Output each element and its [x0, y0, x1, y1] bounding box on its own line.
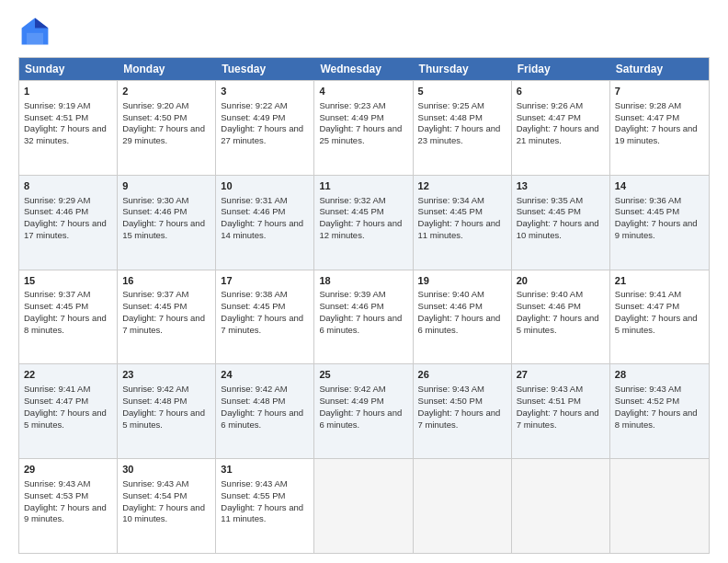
day-number: 1: [24, 85, 112, 98]
calendar-cell: 6 Sunrise: 9:26 AM Sunset: 4:47 PM Dayli…: [512, 81, 610, 175]
sunrise-text: Sunrise: 9:40 AM: [517, 289, 583, 299]
day-number: 21: [615, 274, 704, 288]
calendar-header: SundayMondayTuesdayWednesdayThursdayFrid…: [19, 58, 709, 80]
sunset-text: Sunset: 4:53 PM: [24, 490, 88, 500]
sunset-text: Sunset: 4:48 PM: [418, 112, 483, 122]
calendar-cell: 31 Sunrise: 9:43 AM Sunset: 4:55 PM Dayl…: [216, 459, 314, 553]
day-number: 2: [122, 85, 210, 98]
sunrise-text: Sunrise: 9:28 AM: [615, 100, 681, 110]
day-number: 24: [221, 368, 309, 382]
day-number: 10: [221, 179, 309, 193]
calendar-cell: 2 Sunrise: 9:20 AM Sunset: 4:50 PM Dayli…: [118, 81, 216, 175]
sunset-text: Sunset: 4:47 PM: [615, 301, 679, 311]
daylight-text: Daylight: 7 hours and 9 minutes.: [615, 218, 698, 240]
day-header: Thursday: [414, 58, 512, 80]
logo: [18, 15, 55, 48]
sunrise-text: Sunrise: 9:29 AM: [24, 195, 90, 205]
sunrise-text: Sunrise: 9:42 AM: [221, 384, 287, 394]
calendar-cell: 28 Sunrise: 9:43 AM Sunset: 4:52 PM Dayl…: [610, 364, 709, 458]
day-number: 13: [517, 179, 605, 193]
calendar: SundayMondayTuesdayWednesdayThursdayFrid…: [18, 57, 710, 554]
day-number: 3: [221, 85, 309, 98]
sunset-text: Sunset: 4:47 PM: [615, 112, 679, 122]
sunrise-text: Sunrise: 9:25 AM: [418, 100, 484, 110]
sunrise-text: Sunrise: 9:19 AM: [24, 100, 90, 110]
day-number: 6: [517, 85, 605, 98]
sunrise-text: Sunrise: 9:36 AM: [615, 195, 681, 205]
day-number: 17: [221, 274, 309, 288]
sunrise-text: Sunrise: 9:30 AM: [122, 195, 188, 205]
calendar-cell: 8 Sunrise: 9:29 AM Sunset: 4:46 PM Dayli…: [19, 176, 118, 270]
page: SundayMondayTuesdayWednesdayThursdayFrid…: [0, 0, 728, 563]
sunrise-text: Sunrise: 9:35 AM: [517, 195, 583, 205]
calendar-week: 1 Sunrise: 9:19 AM Sunset: 4:51 PM Dayli…: [19, 80, 709, 175]
daylight-text: Daylight: 7 hours and 27 minutes.: [221, 123, 303, 145]
calendar-week: 8 Sunrise: 9:29 AM Sunset: 4:46 PM Dayli…: [19, 175, 709, 270]
sunrise-text: Sunrise: 9:38 AM: [221, 289, 287, 299]
sunset-text: Sunset: 4:45 PM: [319, 206, 383, 216]
daylight-text: Daylight: 7 hours and 5 minutes.: [122, 408, 205, 430]
daylight-text: Daylight: 7 hours and 7 minutes.: [418, 408, 501, 430]
calendar-week: 22 Sunrise: 9:41 AM Sunset: 4:47 PM Dayl…: [19, 363, 709, 458]
sunrise-text: Sunrise: 9:43 AM: [24, 478, 90, 488]
sunrise-text: Sunrise: 9:39 AM: [319, 289, 385, 299]
calendar-cell: 27 Sunrise: 9:43 AM Sunset: 4:51 PM Dayl…: [512, 364, 610, 458]
sunset-text: Sunset: 4:45 PM: [221, 301, 285, 311]
sunset-text: Sunset: 4:45 PM: [122, 301, 187, 311]
sunrise-text: Sunrise: 9:22 AM: [221, 100, 287, 110]
daylight-text: Daylight: 7 hours and 25 minutes.: [319, 123, 402, 145]
daylight-text: Daylight: 7 hours and 5 minutes.: [615, 313, 698, 335]
daylight-text: Daylight: 7 hours and 11 minutes.: [418, 218, 501, 240]
sunset-text: Sunset: 4:54 PM: [122, 490, 187, 500]
sunset-text: Sunset: 4:46 PM: [122, 206, 187, 216]
daylight-text: Daylight: 7 hours and 5 minutes.: [24, 408, 107, 430]
daylight-text: Daylight: 7 hours and 9 minutes.: [24, 502, 107, 524]
daylight-text: Daylight: 7 hours and 17 minutes.: [24, 218, 107, 240]
day-number: 18: [319, 274, 407, 288]
daylight-text: Daylight: 7 hours and 23 minutes.: [418, 123, 501, 145]
sunrise-text: Sunrise: 9:43 AM: [418, 384, 484, 394]
sunrise-text: Sunrise: 9:43 AM: [122, 478, 188, 488]
calendar-cell: 12 Sunrise: 9:34 AM Sunset: 4:45 PM Dayl…: [414, 176, 512, 270]
calendar-cell: 23 Sunrise: 9:42 AM Sunset: 4:48 PM Dayl…: [118, 364, 216, 458]
calendar-cell: 17 Sunrise: 9:38 AM Sunset: 4:45 PM Dayl…: [216, 270, 314, 364]
day-number: 19: [418, 274, 506, 288]
sunrise-text: Sunrise: 9:42 AM: [319, 384, 385, 394]
day-header: Saturday: [610, 58, 709, 80]
sunset-text: Sunset: 4:48 PM: [221, 396, 285, 406]
day-number: 26: [418, 368, 506, 382]
calendar-cell: 7 Sunrise: 9:28 AM Sunset: 4:47 PM Dayli…: [610, 81, 709, 175]
sunset-text: Sunset: 4:45 PM: [517, 206, 581, 216]
calendar-cell: 14 Sunrise: 9:36 AM Sunset: 4:45 PM Dayl…: [610, 176, 709, 270]
day-number: 16: [122, 274, 210, 288]
sunset-text: Sunset: 4:46 PM: [418, 301, 483, 311]
sunrise-text: Sunrise: 9:43 AM: [517, 384, 583, 394]
sunset-text: Sunset: 4:46 PM: [319, 301, 383, 311]
sunrise-text: Sunrise: 9:31 AM: [221, 195, 287, 205]
sunset-text: Sunset: 4:46 PM: [517, 301, 581, 311]
sunrise-text: Sunrise: 9:37 AM: [24, 289, 90, 299]
calendar-cell: 1 Sunrise: 9:19 AM Sunset: 4:51 PM Dayli…: [19, 81, 118, 175]
sunset-text: Sunset: 4:51 PM: [24, 112, 88, 122]
sunrise-text: Sunrise: 9:42 AM: [122, 384, 188, 394]
daylight-text: Daylight: 7 hours and 14 minutes.: [221, 218, 303, 240]
daylight-text: Daylight: 7 hours and 8 minutes.: [615, 408, 698, 430]
day-number: 15: [24, 274, 112, 288]
calendar-cell: 13 Sunrise: 9:35 AM Sunset: 4:45 PM Dayl…: [512, 176, 610, 270]
daylight-text: Daylight: 7 hours and 29 minutes.: [122, 123, 205, 145]
day-number: 4: [319, 85, 407, 98]
daylight-text: Daylight: 7 hours and 7 minutes.: [221, 313, 303, 335]
sunset-text: Sunset: 4:47 PM: [517, 112, 581, 122]
sunset-text: Sunset: 4:50 PM: [418, 396, 483, 406]
sunrise-text: Sunrise: 9:32 AM: [319, 195, 385, 205]
calendar-cell: 19 Sunrise: 9:40 AM Sunset: 4:46 PM Dayl…: [414, 270, 512, 364]
sunset-text: Sunset: 4:49 PM: [319, 396, 383, 406]
sunrise-text: Sunrise: 9:43 AM: [615, 384, 681, 394]
calendar-cell: 24 Sunrise: 9:42 AM Sunset: 4:48 PM Dayl…: [216, 364, 314, 458]
sunset-text: Sunset: 4:49 PM: [221, 112, 285, 122]
daylight-text: Daylight: 7 hours and 5 minutes.: [517, 313, 599, 335]
calendar-cell: 9 Sunrise: 9:30 AM Sunset: 4:46 PM Dayli…: [118, 176, 216, 270]
daylight-text: Daylight: 7 hours and 6 minutes.: [221, 408, 303, 430]
day-number: 14: [615, 179, 704, 193]
day-number: 28: [615, 368, 704, 382]
